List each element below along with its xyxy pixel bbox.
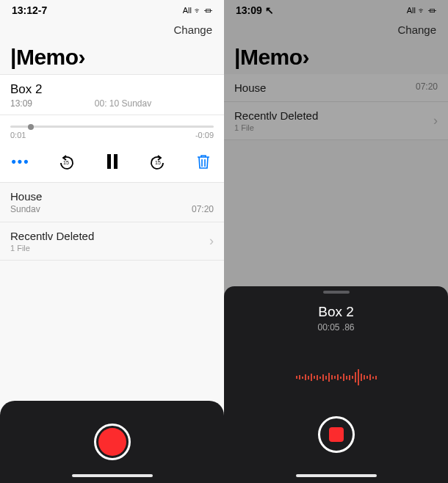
record-button[interactable] (94, 424, 131, 460)
recording-timer: 00:05 .86 (317, 322, 354, 333)
recently-deleted-folder[interactable]: Recentlv Deleted 1 File › (0, 222, 224, 261)
folder-name: Recentlv Deleted (10, 230, 94, 242)
slider-end: -0:09 (195, 131, 214, 139)
memo-center-label: 00: 10 Sundav (95, 98, 151, 109)
rewind-15-icon[interactable]: 15 (56, 151, 76, 172)
recording-title: Box 2 (318, 304, 354, 320)
page-title: |Memo› (0, 40, 224, 74)
memo-time: 13:09 (10, 98, 32, 109)
memo-item-duration: 07:20 (192, 204, 214, 214)
memo-name: Box 2 (10, 82, 214, 97)
record-icon (98, 428, 126, 456)
change-button[interactable]: Change (173, 23, 212, 36)
slider-start: 0:01 (10, 131, 26, 139)
status-time: 13:12-7 (12, 4, 47, 16)
status-indicators: All ᯤ ⏛ (183, 6, 212, 15)
svg-text:15: 15 (63, 160, 69, 165)
home-indicator[interactable] (72, 474, 153, 477)
chevron-right-icon: › (209, 233, 214, 249)
folder-sub: 1 File (10, 244, 94, 253)
slider-thumb[interactable] (28, 124, 34, 130)
delete-icon[interactable] (193, 151, 214, 172)
sheet-grabber[interactable] (323, 291, 350, 294)
svg-text:15: 15 (155, 160, 161, 165)
memo-item-name: House (10, 190, 214, 203)
playback-slider[interactable] (10, 126, 214, 128)
svg-rect-1 (107, 154, 111, 169)
more-icon[interactable]: ••• (10, 151, 31, 172)
waveform (224, 359, 448, 396)
home-indicator[interactable] (296, 474, 377, 477)
memo-item-expanded[interactable]: Box 2 13:09 00: 10 Sundav (0, 74, 224, 115)
memo-item-date: Sundav (10, 204, 40, 214)
status-bar: 13:12-7 All ᯤ ⏛ (0, 0, 224, 19)
stop-record-button[interactable] (318, 416, 355, 453)
stop-icon (329, 427, 344, 442)
svg-rect-2 (114, 154, 118, 169)
record-panel (0, 401, 224, 483)
memo-item[interactable]: House Sundav 07:20 (0, 183, 224, 222)
pause-icon[interactable] (102, 151, 123, 172)
recording-sheet: Box 2 00:05 .86 (224, 286, 448, 483)
forward-15-icon[interactable]: 15 (148, 151, 168, 172)
